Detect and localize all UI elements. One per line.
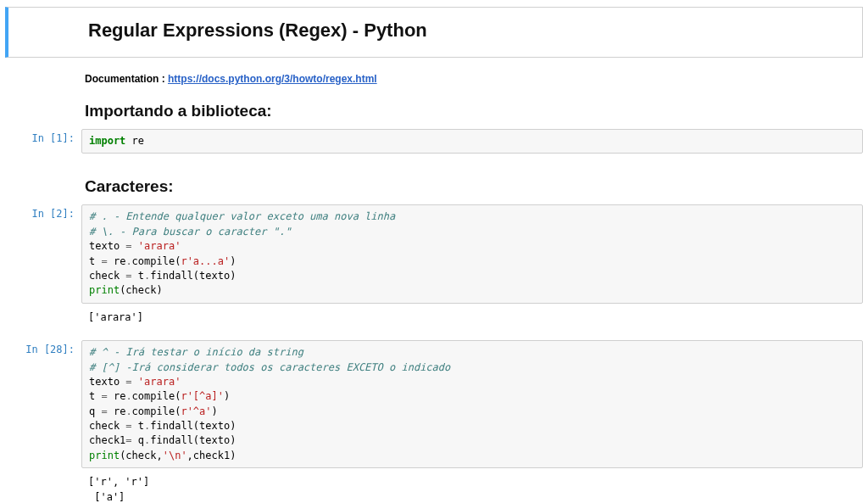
code-output-2: ['arara'] [81,305,863,327]
comment: # ^ - Irá testar o início da string [89,346,303,358]
code-text: check1 [89,434,125,446]
code-text: (check) [120,284,163,296]
prompt-empty [5,470,81,473]
code-text: (check, [120,450,163,461]
title-cell: Regular Expressions (Regex) - Python [5,7,863,58]
op-eq: = [125,376,131,388]
code-input-2[interactable]: # . - Entende qualquer valor exceto uma … [81,204,863,303]
doc-label: Documentation : [85,73,168,85]
prompt-in-1: In [1]: [5,129,81,144]
op-eq: = [125,434,131,446]
op-eq: = [125,270,131,282]
section-chars-wrap: Caracteres: [5,177,863,196]
op-eq: = [125,420,131,432]
comment: # \. - Para buscar o caracter "." [89,226,291,238]
code-text: t [89,390,101,402]
code-text: compile( [132,390,181,402]
prompt-in-28: In [28]: [5,340,81,355]
prompt-empty [5,305,81,309]
code-text: findall(texto) [150,270,236,282]
page-title: Regular Expressions (Regex) - Python [88,20,862,42]
string: r'^a' [181,405,211,417]
code-cell-3: In [28]: # ^ - Irá testar o início da st… [5,340,863,468]
code-output-3: ['r', 'r'] ['a'] [81,470,863,503]
code-text: ,check1) [187,450,236,461]
code-cell-2: In [2]: # . - Entende qualquer valor exc… [5,204,863,303]
comment: # [^] -Irá considerar todos os caractere… [89,361,450,373]
code-text: q [89,405,101,417]
op-dot: . [125,255,131,267]
comment: # . - Entende qualquer valor exceto uma … [89,210,395,222]
builtin-print: print [89,284,120,296]
op-eq: = [101,405,107,417]
code-text: texto [89,240,125,252]
code-text: re [108,390,126,402]
section-chars: Caracteres: [85,177,863,196]
prompt-in-2: In [2]: [5,204,81,220]
code-text: ) [224,390,230,402]
module-re: re [125,135,144,147]
string: r'a...a' [181,255,230,267]
kw-import: import [89,135,125,147]
doc-link[interactable]: https://docs.python.org/3/howto/regex.ht… [168,73,377,85]
builtin-print: print [89,450,120,461]
code-text: findall(texto) [150,420,236,432]
output-row-2: ['arara'] [5,305,863,327]
code-text: re [108,405,126,417]
code-text: check [89,420,125,432]
code-text: check [89,270,125,282]
code-text: ) [230,255,236,267]
section-import-wrap: Importando a biblioteca: [5,102,863,120]
code-input-3[interactable]: # ^ - Irá testar o início da string # [^… [81,340,863,468]
code-text: t [132,270,144,282]
op-eq: = [125,240,131,252]
string: r'[^a]' [181,390,224,402]
op-eq: = [101,390,107,402]
code-text: compile( [132,405,181,417]
code-cell-1: In [1]: import re [5,129,863,154]
code-input-1[interactable]: import re [81,129,863,154]
code-text: t [89,255,101,267]
code-text: compile( [132,255,181,267]
string: 'arara' [132,240,181,252]
string: 'arara' [132,376,181,388]
string: '\n' [163,450,187,461]
code-text: findall(texto) [150,434,236,446]
code-text: re [108,255,126,267]
doc-line-cell: Documentation : https://docs.python.org/… [5,73,863,85]
op-dot: . [125,405,131,417]
section-import: Importando a biblioteca: [85,102,863,120]
code-text: texto [89,376,125,388]
code-text: ) [212,405,218,417]
code-text: t [132,420,144,432]
output-row-3: ['r', 'r'] ['a'] [5,470,863,503]
op-eq: = [101,255,107,267]
op-dot: . [125,390,131,402]
code-text: q [132,434,144,446]
